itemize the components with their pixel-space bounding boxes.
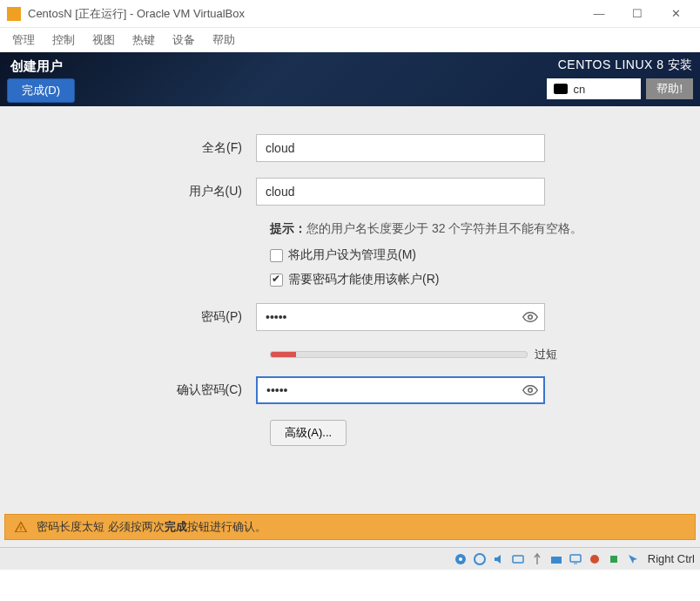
- vbox-app-icon: [7, 7, 21, 21]
- optical-disk-icon[interactable]: [472, 551, 488, 567]
- username-label: 用户名(U): [21, 184, 256, 199]
- eye-icon[interactable]: [522, 382, 538, 398]
- vbox-titlebar: CentosN [正在运行] - Oracle VM VirtualBox — …: [0, 0, 700, 28]
- keyboard-layout-label: cn: [573, 83, 585, 96]
- network-icon[interactable]: [510, 551, 526, 567]
- svg-point-4: [475, 554, 485, 564]
- vbox-statusbar: Right Ctrl: [0, 547, 700, 570]
- svg-point-8: [590, 555, 599, 564]
- svg-point-1: [528, 388, 533, 393]
- warning-bar: 密码长度太短 必须按两次完成按钮进行确认。: [4, 514, 696, 540]
- menu-devices[interactable]: 设备: [164, 29, 204, 51]
- vbox-menubar: 管理 控制 视图 热键 设备 帮助: [0, 28, 700, 52]
- advanced-button[interactable]: 高级(A)...: [270, 420, 347, 446]
- keyboard-layout[interactable]: cn: [547, 78, 641, 99]
- fullname-label: 全名(F): [21, 140, 256, 156]
- warning-text: 密码长度太短 必须按两次完成按钮进行确认。: [37, 519, 266, 535]
- installer-header: 创建用户 完成(D) CENTOS LINUX 8 安装 cn 帮助!: [0, 52, 700, 106]
- audio-icon[interactable]: [491, 551, 507, 567]
- require-password-label: 需要密码才能使用该帐户(R): [288, 272, 439, 287]
- close-button[interactable]: ✕: [669, 7, 683, 21]
- installer-screen: 创建用户 完成(D) CENTOS LINUX 8 安装 cn 帮助! 全名(F…: [0, 52, 700, 570]
- fullname-input[interactable]: [256, 134, 545, 162]
- window-controls: — ☐ ✕: [592, 7, 693, 21]
- svg-rect-7: [570, 555, 581, 562]
- eye-icon[interactable]: [522, 309, 538, 325]
- menu-view[interactable]: 视图: [84, 29, 124, 51]
- done-button[interactable]: 完成(D): [7, 78, 75, 103]
- password-label: 密码(P): [21, 309, 256, 325]
- maximize-button[interactable]: ☐: [630, 7, 644, 21]
- warning-icon: [14, 520, 28, 534]
- password-strength-label: 过短: [535, 347, 557, 362]
- hard-disk-icon[interactable]: [453, 551, 468, 567]
- confirm-label: 确认密码(C): [21, 382, 256, 398]
- minimize-button[interactable]: —: [592, 7, 606, 21]
- vbox-title: CentosN [正在运行] - Oracle VM VirtualBox: [28, 6, 592, 22]
- menu-machine[interactable]: 控制: [44, 29, 84, 51]
- product-name: CENTOS LINUX 8 安装: [558, 57, 693, 73]
- user-form: 全名(F) 用户名(U) 提示：您的用户名长度要少于 32 个字符并且不能有空格…: [0, 106, 700, 446]
- svg-point-3: [459, 557, 462, 561]
- require-password-checkbox[interactable]: [270, 273, 283, 287]
- hint-prefix: 提示：: [270, 221, 306, 235]
- page-title: 创建用户: [10, 58, 63, 75]
- usb-icon[interactable]: [529, 551, 545, 567]
- svg-point-0: [528, 315, 533, 320]
- header-right: CENTOS LINUX 8 安装 cn 帮助!: [547, 57, 693, 99]
- admin-label: 将此用户设为管理员(M): [288, 247, 416, 263]
- mouse-integration-icon[interactable]: [625, 551, 641, 567]
- menu-input[interactable]: 热键: [124, 29, 164, 51]
- hint-text: 您的用户名长度要少于 32 个字符并且不能有空格。: [306, 221, 582, 235]
- svg-rect-5: [513, 556, 523, 563]
- display-icon[interactable]: [568, 551, 583, 567]
- recording-icon[interactable]: [587, 551, 602, 567]
- menu-manage[interactable]: 管理: [3, 29, 44, 51]
- shared-folder-icon[interactable]: [549, 551, 564, 567]
- menu-help[interactable]: 帮助: [204, 29, 244, 51]
- keyboard-icon: [554, 84, 568, 94]
- password-strength-meter: [270, 351, 528, 358]
- username-input[interactable]: [256, 178, 545, 206]
- svg-rect-6: [551, 557, 562, 564]
- confirm-password-input[interactable]: [256, 376, 545, 404]
- help-button[interactable]: 帮助!: [646, 78, 693, 99]
- cpu-icon[interactable]: [606, 551, 622, 567]
- svg-rect-9: [610, 556, 617, 563]
- password-input[interactable]: [256, 303, 545, 331]
- host-key-label: Right Ctrl: [644, 552, 695, 565]
- username-hint: 提示：您的用户名长度要少于 32 个字符并且不能有空格。: [270, 221, 658, 237]
- admin-checkbox[interactable]: [270, 249, 283, 262]
